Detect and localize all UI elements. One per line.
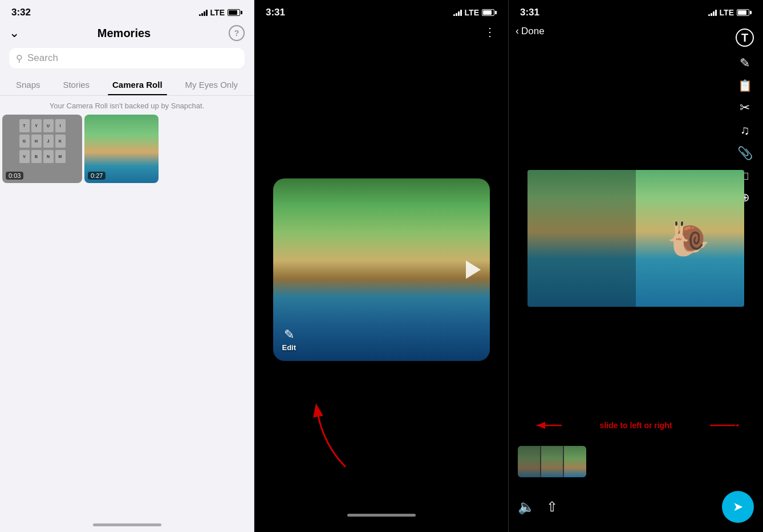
- camera-roll-note: Your Camera Roll isn't backed up by Snap…: [0, 96, 254, 115]
- battery-icon-2: [482, 9, 497, 16]
- thumbnail-keyboard[interactable]: T Y U I G H J K V B N M 0:03: [2, 115, 82, 183]
- volume-icon[interactable]: 🔈: [518, 499, 535, 515]
- signal-icon-3: [708, 9, 717, 16]
- tab-camera-roll[interactable]: Camera Roll: [108, 74, 167, 95]
- screen2-bottom: [254, 498, 508, 532]
- screen-video-editor: 3:31 LTE ‹ Done T ✎ 📋 ✂ ♫ 📎 □: [509, 0, 763, 532]
- left-arrow-icon: [533, 420, 562, 431]
- play-button[interactable]: [466, 261, 481, 279]
- battery-icon-3: [737, 9, 752, 16]
- slide-annotation: slide to left or right: [533, 420, 738, 431]
- red-arrow-annotation: [300, 387, 368, 481]
- send-arrow-icon: ➤: [733, 499, 743, 514]
- tabs-row: Snaps Stories Camera Roll My Eyes Only: [0, 74, 254, 96]
- send-button[interactable]: ➤: [722, 491, 754, 523]
- signal-icon-2: [453, 9, 462, 16]
- edit-label: Edit: [282, 343, 297, 352]
- snail-speed-icon[interactable]: 🐌: [667, 218, 710, 258]
- screen-video-player: 3:31 LTE ⋮ ✎ Edit: [254, 0, 509, 532]
- home-indicator-2: [347, 514, 416, 517]
- lte-label-2: LTE: [465, 8, 479, 17]
- lte-label-1: LTE: [210, 8, 225, 17]
- page-title: Memories: [98, 27, 151, 40]
- edit-overlay[interactable]: ✎ Edit: [282, 327, 297, 352]
- right-arrow-icon: [710, 420, 738, 431]
- kb-key: B: [31, 150, 42, 163]
- search-input[interactable]: Search: [27, 52, 58, 64]
- thumbnail-beach[interactable]: 0:27: [84, 115, 159, 183]
- status-bar-2: 3:31 LTE: [254, 0, 508, 23]
- kb-key: N: [43, 150, 54, 163]
- editor-bottom-controls: 🔈 ⇧ ➤: [509, 486, 763, 532]
- duration-badge-2: 0:27: [88, 172, 105, 180]
- battery-icon-1: [228, 9, 242, 16]
- kb-key: J: [43, 135, 54, 148]
- editor-video-area: 🐌 slide to left or right: [509, 39, 763, 437]
- timeline-cell-1: [518, 446, 540, 477]
- kb-key: T: [19, 119, 30, 132]
- kb-key: I: [55, 119, 66, 132]
- kb-key: M: [55, 150, 66, 163]
- slide-label: slide to left or right: [600, 421, 672, 430]
- back-chevron-icon: ‹: [516, 25, 519, 37]
- video-left-half: [527, 170, 636, 307]
- timeline-cell-2: [541, 446, 563, 477]
- search-bar[interactable]: ⚲ Search: [9, 48, 245, 68]
- status-bar-3: 3:31 LTE: [509, 0, 763, 23]
- bottom-left-icons: 🔈 ⇧: [518, 499, 558, 515]
- kb-key: H: [31, 135, 42, 148]
- tab-my-eyes-only[interactable]: My Eyes Only: [181, 74, 243, 95]
- kb-key: U: [43, 119, 54, 132]
- kb-key: G: [19, 135, 30, 148]
- screen-memories: 3:32 LTE ⌄ Memories ? ⚲ Search Snaps Sto…: [0, 0, 254, 532]
- topbar-2: ⋮: [254, 23, 508, 41]
- timeline-strip[interactable]: [518, 446, 586, 477]
- status-icons-2: LTE: [453, 8, 497, 17]
- status-icons-1: LTE: [199, 8, 242, 17]
- video-area: ✎ Edit: [254, 41, 508, 498]
- chevron-down-icon[interactable]: ⌄: [9, 26, 19, 40]
- kb-key: V: [19, 150, 30, 163]
- thumbnails-grid: T Y U I G H J K V B N M 0:03: [0, 115, 254, 183]
- status-time-3: 3:31: [520, 7, 539, 18]
- tab-stories[interactable]: Stories: [58, 74, 94, 95]
- status-time-1: 3:32: [11, 7, 31, 18]
- more-options-icon[interactable]: ⋮: [484, 25, 497, 39]
- done-button[interactable]: ‹ Done: [516, 25, 545, 37]
- header-row-1: ⌄ Memories ?: [0, 23, 254, 46]
- status-icons-3: LTE: [708, 8, 752, 17]
- done-label: Done: [521, 26, 545, 37]
- share-icon[interactable]: ⇧: [546, 499, 558, 515]
- timeline-area: [509, 437, 763, 486]
- home-indicator-1: [93, 523, 161, 526]
- timeline-cell-3: [564, 446, 586, 477]
- status-time-2: 3:31: [266, 7, 285, 18]
- help-button[interactable]: ?: [229, 25, 245, 41]
- status-bar-1: 3:32 LTE: [0, 0, 254, 23]
- editor-nav: ‹ Done: [509, 23, 763, 39]
- video-card[interactable]: ✎ Edit: [273, 178, 490, 361]
- kb-key: Y: [31, 119, 42, 132]
- lte-label-3: LTE: [720, 8, 734, 17]
- duration-badge-1: 0:03: [6, 172, 23, 180]
- signal-icon-1: [199, 9, 208, 16]
- search-icon: ⚲: [16, 53, 23, 64]
- kb-key: K: [55, 135, 66, 148]
- tab-snaps[interactable]: Snaps: [11, 74, 45, 95]
- edit-pencil-icon: ✎: [284, 327, 294, 342]
- editor-video-frame[interactable]: 🐌: [527, 170, 744, 307]
